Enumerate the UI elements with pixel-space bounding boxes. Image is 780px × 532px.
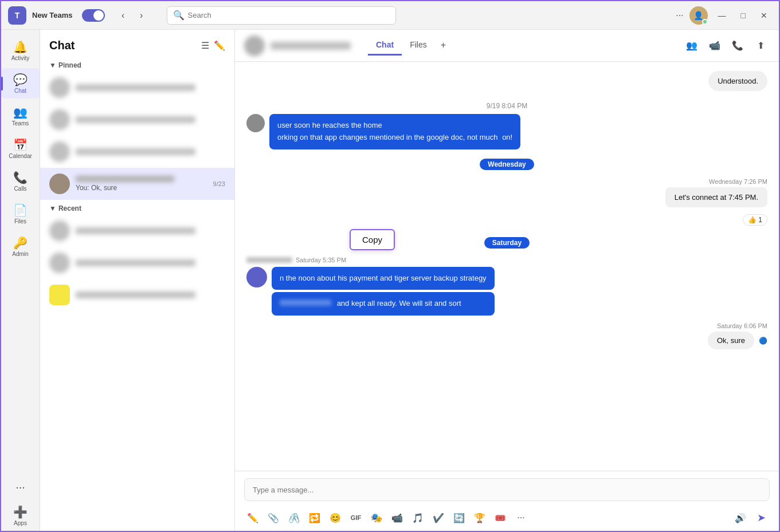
sidebar-item-calls[interactable]: 📞 Calls: [1, 166, 40, 196]
new-chat-button[interactable]: ✏️: [214, 40, 225, 51]
sidebar-item-admin[interactable]: 🔑 Admin: [1, 231, 40, 262]
search-bar[interactable]: 🔍: [167, 6, 396, 25]
saturday-label: Saturday: [484, 237, 530, 249]
sidebar-item-teams[interactable]: 👥 Teams: [1, 101, 40, 131]
recent-section[interactable]: ▼ Recent: [40, 200, 234, 215]
audio-button[interactable]: 📞: [728, 37, 747, 55]
meet-button[interactable]: 📹: [389, 509, 406, 526]
chat-tabs: Chat Files +: [368, 36, 452, 56]
loop2-button[interactable]: 🔄: [450, 509, 468, 526]
recent-chat-2[interactable]: [40, 247, 234, 279]
maximize-button[interactable]: □: [736, 11, 750, 20]
praise-button[interactable]: 🏆: [471, 509, 488, 526]
recent-chat-1[interactable]: [40, 215, 234, 247]
pinned-name-2: [76, 116, 195, 123]
input-box: [235, 471, 779, 506]
user-avatar-wrapper[interactable]: 👤: [689, 6, 708, 25]
recent-chat-3[interactable]: [40, 279, 234, 311]
sidebar-item-activity[interactable]: 🔔 Activity: [1, 36, 40, 66]
wednesday-divider: Wednesday: [246, 159, 767, 169]
pinned-avatar-1: [49, 77, 70, 98]
active-chat-item[interactable]: You: Ok, sure 9/23: [40, 168, 234, 200]
share-button[interactable]: ⬆: [751, 37, 770, 55]
sidebar-label-teams: Teams: [12, 120, 29, 127]
apps-icon: ➕: [13, 505, 28, 519]
copy-label: Copy: [362, 235, 382, 245]
files-icon: 📄: [13, 203, 28, 217]
ok-sure-row: Ok, sure 🔵: [246, 332, 767, 349]
admin-icon: 🔑: [13, 236, 28, 250]
search-input[interactable]: [188, 11, 390, 19]
timestamp-sept19: 9/19 8:04 PM: [246, 100, 767, 111]
calls-icon: 📞: [13, 171, 28, 184]
chat-main: Chat Files + 👥 📹 📞 ⬆ Understood. 9/19 8:…: [235, 30, 779, 531]
more-toolbar-button[interactable]: ···: [512, 509, 530, 526]
sidebar: 🔔 Activity 💬 Chat 👥 Teams 📅 Calendar 📞 C…: [1, 30, 40, 531]
sidebar-label-activity: Activity: [11, 55, 30, 61]
sidebar-label-files: Files: [14, 218, 26, 224]
recent-info-2: [76, 259, 225, 266]
sidebar-label-calendar: Calendar: [9, 153, 32, 159]
filter-button[interactable]: ☰: [201, 40, 209, 51]
search-icon: 🔍: [173, 10, 185, 21]
emoji-button[interactable]: 😊: [327, 509, 344, 526]
wednesday-label: Wednesday: [480, 159, 534, 170]
format-button[interactable]: ✏️: [244, 509, 261, 526]
nav-forward[interactable]: ›: [134, 7, 150, 23]
active-chat-name: [76, 176, 174, 182]
teams-toggle[interactable]: [82, 9, 105, 22]
messages-area[interactable]: Understood. 9/19 8:04 PM user soon he re…: [235, 62, 779, 471]
sidebar-label-calls: Calls: [14, 186, 26, 192]
understood-bubble: Understood.: [708, 71, 767, 91]
wed-connect-row: Let's connect at 7:45 PM.: [246, 187, 767, 207]
chat-panel: Chat ☰ ✏️ ▼ Pinned: [40, 30, 235, 531]
sidebar-item-chat[interactable]: 💬 Chat: [1, 68, 40, 98]
more-options-icon[interactable]: ···: [676, 10, 683, 21]
input-area: ✏️ 📎 🖇️ 🔁 😊 GIF 🎭 📹 🎵 ✔️ 🔄 🏆 🎟️ ··· 🔊 ➤: [235, 471, 779, 531]
sidebar-item-apps[interactable]: ➕ Apps: [1, 501, 40, 531]
sidebar-item-files[interactable]: 📄 Files: [1, 199, 40, 229]
approve-button[interactable]: ✔️: [430, 509, 447, 526]
pinned-info-3: [76, 148, 225, 155]
send-button[interactable]: ➤: [752, 509, 770, 526]
title-bar-right: ··· 👤 — □ ✕: [676, 6, 772, 25]
tab-add-button[interactable]: +: [435, 36, 452, 56]
attach-button[interactable]: 📎: [265, 509, 282, 526]
pinned-chat-3[interactable]: [40, 136, 234, 168]
pinned-chat-2[interactable]: [40, 104, 234, 136]
sidebar-item-more[interactable]: ···: [1, 476, 40, 498]
sidebar-item-calendar[interactable]: 📅 Calendar: [1, 133, 40, 164]
recent-info-1: [76, 227, 225, 234]
sticker-button[interactable]: 🎭: [368, 509, 385, 526]
sat-msg-line2: and kept all ready. We will sit and sort: [337, 299, 461, 308]
pinned-info-2: [76, 116, 225, 123]
audio-msg-button[interactable]: 🎵: [409, 509, 426, 526]
message-input[interactable]: [244, 478, 770, 501]
minimize-button[interactable]: —: [714, 11, 731, 20]
gif-button[interactable]: GIF: [347, 509, 364, 526]
msg-text-line3: on!: [502, 133, 512, 141]
tab-files[interactable]: Files: [402, 36, 435, 56]
chat-contact-name: [271, 42, 351, 50]
loop-button[interactable]: 🔁: [306, 509, 323, 526]
active-chat-time: 9/23: [213, 180, 225, 187]
nav-back[interactable]: ‹: [115, 7, 131, 23]
toolbar-row: ✏️ 📎 🖇️ 🔁 😊 GIF 🎭 📹 🎵 ✔️ 🔄 🏆 🎟️ ··· 🔊 ➤: [235, 506, 779, 531]
participants-button[interactable]: 👥: [683, 37, 701, 55]
sat-msg-content: n the noon about his payment and tiger s…: [272, 267, 495, 316]
video-button[interactable]: 📹: [705, 37, 724, 55]
sat-sender-blur: [246, 257, 292, 263]
sidebar-label-apps: Apps: [14, 520, 27, 526]
ticket-button[interactable]: 🎟️: [492, 509, 509, 526]
chat-header: Chat Files + 👥 📹 📞 ⬆: [235, 30, 779, 62]
recent-arrow: ▼: [49, 204, 56, 212]
paperclip-button[interactable]: 🖇️: [285, 509, 303, 526]
pinned-arrow: ▼: [49, 61, 56, 69]
copy-popup[interactable]: Copy: [350, 229, 395, 250]
close-button[interactable]: ✕: [756, 11, 772, 20]
tab-chat[interactable]: Chat: [368, 36, 402, 56]
pinned-section[interactable]: ▼ Pinned: [40, 57, 234, 72]
pinned-info-1: [76, 84, 225, 91]
pinned-chat-1[interactable]: [40, 72, 234, 104]
audio-toggle-button[interactable]: 🔊: [732, 509, 749, 526]
